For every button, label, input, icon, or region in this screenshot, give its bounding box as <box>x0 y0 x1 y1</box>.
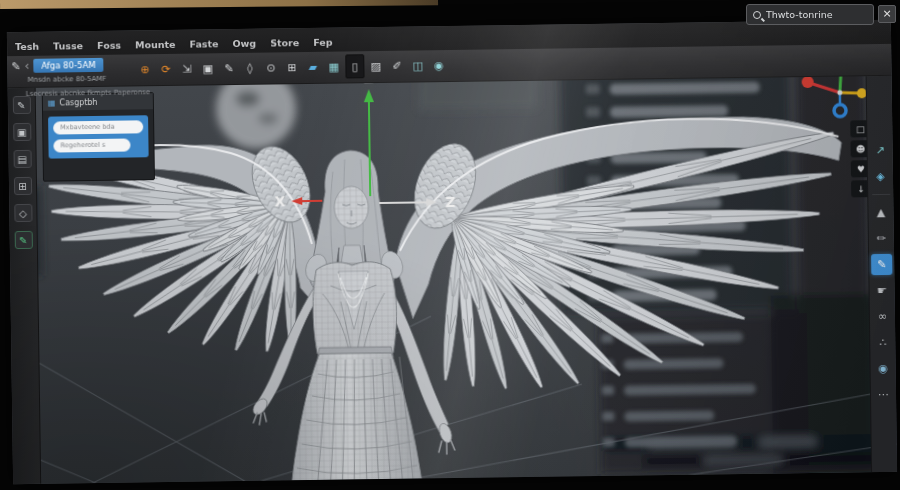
move-tool-icon[interactable]: ⊕ <box>135 57 154 81</box>
desk-edge <box>0 0 438 9</box>
application-window: Z X Z <box>7 20 897 484</box>
rotate-tool-icon[interactable]: ⟳ <box>156 57 175 81</box>
layout-tool-icon[interactable]: ▤ <box>13 150 31 168</box>
close-button[interactable]: × <box>878 5 896 23</box>
image-icon[interactable]: ▨ <box>366 54 385 78</box>
link-tool-icon[interactable]: ∞ <box>872 306 893 327</box>
panel-field[interactable]: Mxbavteene bda <box>53 120 143 134</box>
sphere-icon[interactable]: ◉ <box>429 53 448 77</box>
pen-icon[interactable]: ✎ <box>11 60 20 73</box>
menu-item[interactable]: Owg <box>232 37 256 48</box>
scatter-dots-icon[interactable]: ∴ <box>872 332 893 353</box>
search-icon <box>753 11 761 19</box>
divider <box>872 194 890 195</box>
panel-field[interactable]: Regeherotel s <box>53 138 131 152</box>
left-tool-rail: ✎ ▣ ▤ ⊞ ◇ ✎ <box>8 88 42 484</box>
search-box[interactable] <box>746 4 874 25</box>
search-input[interactable] <box>766 9 867 20</box>
menu-item[interactable]: Foss <box>97 39 121 50</box>
panel-title: Casgptbh <box>59 97 97 107</box>
menu-item[interactable]: Faste <box>189 38 218 49</box>
menu-item[interactable]: Tesh <box>15 40 39 51</box>
move-gizmo-icon[interactable]: ⊞ <box>13 177 31 195</box>
trash-icon[interactable]: ▯ <box>345 54 364 78</box>
axis-label-left: X <box>274 193 285 209</box>
toolbar-icons: ⊕ ⟳ ⇲ ▣ ✎ ◊ ⊙ ⊞ ▰ ▦ ▯ ▨ ✐ ◫ ◉ <box>135 53 448 81</box>
left-floating-panel: ▦ Casgptbh Mxbavteene bda Regeherotel s <box>42 92 155 182</box>
tag-tool-icon[interactable]: ◊ <box>240 56 259 80</box>
paint-tool-icon-active[interactable]: ✎ <box>871 254 892 275</box>
cube-stack-icon[interactable]: ◫ <box>408 53 427 77</box>
magnify-tool-icon[interactable]: ⊙ <box>261 55 280 79</box>
more-icon[interactable]: ⋯ <box>873 384 894 405</box>
folder-icon[interactable]: ▰ <box>303 55 322 79</box>
wireframe-cube-icon[interactable]: ▦ <box>324 54 343 78</box>
panel-icon: ▦ <box>48 98 56 107</box>
menu-item[interactable]: Tusse <box>53 40 83 51</box>
right-tool-rail: ↗ ◈ ▲ ✏ ✎ ☛ ∞ ∴ ◉ ⋯ <box>866 76 898 472</box>
sphere-tool-icon[interactable]: ◉ <box>873 358 894 379</box>
pointing-hand-icon[interactable]: ☛ <box>871 280 892 301</box>
mountain-tool-icon[interactable]: ▲ <box>870 202 891 223</box>
pan-arrow-icon[interactable]: ↗ <box>869 140 890 161</box>
annotate-tool-icon[interactable]: ✎ <box>14 231 32 249</box>
wire-cube-icon[interactable]: ◈ <box>870 166 891 187</box>
brush-tool-icon[interactable]: ✏ <box>871 228 892 249</box>
frame-tool-icon[interactable]: ▣ <box>13 123 31 141</box>
frame-tool-icon[interactable]: ▣ <box>198 56 217 80</box>
back-chevron-icon[interactable]: ‹ <box>24 59 29 73</box>
monitor-photo: × <box>0 0 900 490</box>
pen-tool-icon[interactable]: ✎ <box>219 56 238 80</box>
diamond-tool-icon[interactable]: ◇ <box>14 204 32 222</box>
menu-item[interactable]: Mounte <box>135 38 176 50</box>
scale-tool-icon[interactable]: ⇲ <box>177 57 196 81</box>
mode-sublabel: Mnsdn abcke 80-5AMF <box>28 75 107 84</box>
menu-item[interactable]: Fep <box>313 36 333 47</box>
mode-dropdown[interactable]: Afga 80-5AM <box>33 58 103 73</box>
pen-tool-icon[interactable]: ✎ <box>12 96 30 114</box>
knife-tool-icon[interactable]: ✐ <box>387 54 406 78</box>
menu-item[interactable]: Store <box>270 37 299 48</box>
panel-selection[interactable]: Mxbavteene bda Regeherotel s <box>48 115 149 158</box>
duplicate-tool-icon[interactable]: ⊞ <box>282 55 301 79</box>
axis-label-right: Z <box>445 194 455 210</box>
